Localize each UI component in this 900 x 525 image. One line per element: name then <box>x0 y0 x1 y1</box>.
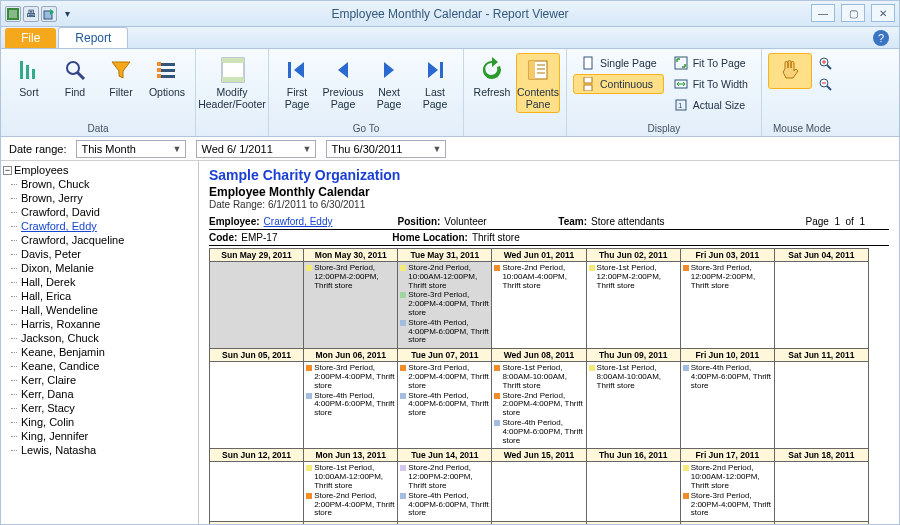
calendar-cell <box>586 462 680 522</box>
date-preset-combo[interactable]: This Month▼ <box>76 140 186 158</box>
calendar-event: Store-3rd Period, 2:00PM-4:00PM, Thrift … <box>400 291 489 317</box>
hand-icon <box>776 56 804 84</box>
tree-item[interactable]: Crawford, Jacqueline <box>21 233 198 247</box>
modify-header-footer-button[interactable]: Modify Header/Footer <box>202 53 262 113</box>
calendar-event: Store-1st Period, 10:00AM-12:00PM, Thrif… <box>306 464 395 490</box>
event-swatch <box>589 365 595 371</box>
calendar-cell: Store-2nd Period, 10:00AM-4:00PM, Thrift… <box>492 262 586 349</box>
tree-item[interactable]: King, Colin <box>21 415 198 429</box>
tree-item[interactable]: Dixon, Melanie <box>21 261 198 275</box>
svg-rect-5 <box>32 69 35 79</box>
sort-button[interactable]: Sort <box>7 53 51 101</box>
tree-item[interactable]: Brown, Chuck <box>21 177 198 191</box>
fit-to-page-button[interactable]: Fit To Page <box>666 53 755 73</box>
minimize-button[interactable]: — <box>811 4 835 22</box>
calendar-cell <box>774 262 868 349</box>
date-range-label: Date range: <box>9 143 66 155</box>
last-page-button[interactable]: Last Page <box>413 53 457 113</box>
date-from-combo[interactable]: Wed 6/ 1/2011▼ <box>196 140 316 158</box>
next-page-button[interactable]: Next Page <box>367 53 411 113</box>
calendar-day-header: Fri Jun 24, 2011 <box>680 522 774 524</box>
tree-item[interactable]: Keane, Benjamin <box>21 345 198 359</box>
actual-size-button[interactable]: 1Actual Size <box>666 95 755 115</box>
calendar-day-header: Fri Jun 03, 2011 <box>680 249 774 262</box>
calendar-day-header: Wed Jun 01, 2011 <box>492 249 586 262</box>
svg-rect-27 <box>675 57 687 69</box>
tree-item[interactable]: Kerr, Dana <box>21 387 198 401</box>
tree-item[interactable]: Davis, Peter <box>21 247 198 261</box>
calendar-cell: Store-4th Period, 4:00PM-6:00PM, Thrift … <box>680 362 774 449</box>
tree-item[interactable]: Harris, Roxanne <box>21 317 198 331</box>
single-page-button[interactable]: Single Page <box>573 53 664 73</box>
employee-tree[interactable]: −Employees Brown, ChuckBrown, JerryCrawf… <box>1 161 199 524</box>
tab-report[interactable]: Report <box>58 27 128 48</box>
ribbon: Sort Find Filter Options Data Modify Hea… <box>1 49 899 137</box>
calendar-cell <box>774 462 868 522</box>
options-button[interactable]: Options <box>145 53 189 101</box>
calendar-event: Store-2nd Period, 2:00PM-4:00PM, Thrift … <box>494 392 583 418</box>
svg-rect-16 <box>222 77 244 82</box>
zoom-in-button[interactable] <box>814 53 836 73</box>
report-pane[interactable]: Sample Charity Organization Employee Mon… <box>199 161 899 524</box>
tab-file[interactable]: File <box>5 28 56 48</box>
code-label: Code: <box>209 232 237 243</box>
print-icon[interactable]: 🖶 <box>23 6 39 22</box>
home-value: Thrift store <box>472 232 520 243</box>
maximize-button[interactable]: ▢ <box>841 4 865 22</box>
calendar-cell: Store-3rd Period, 2:00PM-4:00PM, Thrift … <box>398 362 492 449</box>
tree-item[interactable]: Hall, Derek <box>21 275 198 289</box>
fit-to-width-button[interactable]: Fit To Width <box>666 74 755 94</box>
filter-button[interactable]: Filter <box>99 53 143 101</box>
pan-mode-button[interactable] <box>768 53 812 89</box>
date-to-combo[interactable]: Thu 6/30/2011▼ <box>326 140 446 158</box>
contents-pane-button[interactable]: Contents Pane <box>516 53 560 113</box>
continuous-button[interactable]: Continuous <box>573 74 664 94</box>
tree-item[interactable]: Crawford, Eddy <box>21 219 198 233</box>
tree-item[interactable]: Jackson, Chuck <box>21 331 198 345</box>
app-icon[interactable] <box>5 6 21 22</box>
first-page-button[interactable]: First Page <box>275 53 319 113</box>
calendar-event: Store-1st Period, 8:00AM-10:00AM, Thrift… <box>589 364 678 390</box>
previous-page-button[interactable]: Previous Page <box>321 53 365 113</box>
calendar-day-header: Sat Jun 25, 2011 <box>774 522 868 524</box>
calendar-day-header: Sun Jun 05, 2011 <box>210 349 304 362</box>
calendar-day-header: Mon Jun 20, 2011 <box>304 522 398 524</box>
event-swatch <box>400 365 406 371</box>
tree-item[interactable]: Kerr, Stacy <box>21 401 198 415</box>
emp-link[interactable]: Crawford, Eddy <box>264 216 364 227</box>
event-swatch <box>683 365 689 371</box>
quick-access-dropdown-icon[interactable]: ▾ <box>59 6 75 22</box>
calendar-day-header: Tue Jun 21, 2011 <box>398 522 492 524</box>
tree-root[interactable]: −Employees <box>3 163 198 177</box>
tree-item[interactable]: Hall, Erica <box>21 289 198 303</box>
date-range-row: Date range: This Month▼ Wed 6/ 1/2011▼ T… <box>1 137 899 161</box>
calendar-event: Store-1st Period, 8:00AM-10:00AM, Thrift… <box>494 364 583 390</box>
tree-item[interactable]: King, Jennifer <box>21 429 198 443</box>
refresh-button[interactable]: Refresh <box>470 53 514 101</box>
zoom-out-button[interactable] <box>814 74 836 94</box>
calendar-day-header: Wed Jun 15, 2011 <box>492 449 586 462</box>
close-button[interactable]: ✕ <box>871 4 895 22</box>
calendar-cell <box>210 462 304 522</box>
calendar-day-header: Wed Jun 08, 2011 <box>492 349 586 362</box>
find-button[interactable]: Find <box>53 53 97 101</box>
svg-rect-18 <box>440 62 443 78</box>
calendar-cell: Store-1st Period, 10:00AM-12:00PM, Thrif… <box>304 462 398 522</box>
tree-item[interactable]: Keane, Candice <box>21 359 198 373</box>
chevron-down-icon: ▼ <box>303 144 312 154</box>
tree-item[interactable]: Hall, Wendeline <box>21 303 198 317</box>
event-swatch <box>683 265 689 271</box>
titlebar: 🖶 ▾ Employee Monthly Calendar - Report V… <box>1 1 899 27</box>
event-swatch <box>683 465 689 471</box>
event-swatch <box>400 393 406 399</box>
collapse-icon[interactable]: − <box>3 166 12 175</box>
ribbon-group-goto: First Page Previous Page Next Page Last … <box>269 49 464 136</box>
tree-item[interactable]: Lewis, Natasha <box>21 443 198 457</box>
event-swatch <box>400 493 406 499</box>
export-icon[interactable] <box>41 6 57 22</box>
tree-item[interactable]: Brown, Jerry <box>21 191 198 205</box>
help-icon[interactable]: ? <box>873 30 889 46</box>
tree-item[interactable]: Kerr, Claire <box>21 373 198 387</box>
first-page-icon <box>283 56 311 84</box>
tree-item[interactable]: Crawford, David <box>21 205 198 219</box>
